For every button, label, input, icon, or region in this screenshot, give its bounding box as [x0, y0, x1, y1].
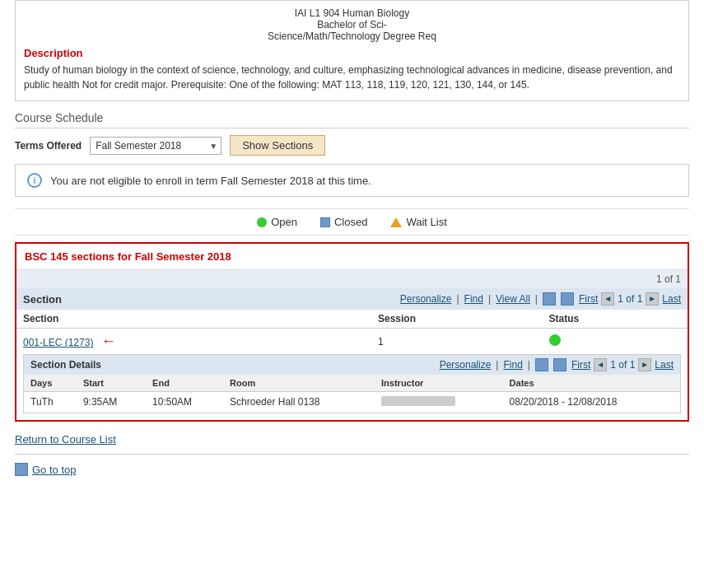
return-to-course-list-link[interactable]: Return to Course List	[15, 433, 116, 446]
show-sections-button[interactable]: Show Sections	[230, 135, 325, 156]
eligibility-notice: i You are not eligible to enroll in term…	[15, 164, 689, 197]
course-info: IAI L1 904 Human Biology Bachelor of Sci…	[24, 7, 680, 42]
course-schedule-section: Course Schedule Terms Offered Fall Semes…	[15, 111, 689, 197]
details-toolbar: Section Details Personalize | Find | Fir…	[24, 355, 680, 375]
open-label: Open	[271, 216, 297, 228]
closed-label: Closed	[334, 216, 367, 228]
red-arrow-icon: ←	[101, 333, 116, 350]
view-all-link[interactable]: View All	[496, 293, 530, 305]
eligibility-text: You are not eligible to enroll in term F…	[50, 175, 371, 187]
section-toolbar-right: Personalize | Find | View All | First ◄ …	[400, 292, 681, 306]
session-cell: 1	[371, 329, 543, 355]
details-page-of: 1 of 1	[610, 359, 635, 371]
description-box: IAI L1 904 Human Biology Bachelor of Sci…	[15, 0, 689, 101]
status-col-header: Status	[543, 310, 688, 329]
legend-closed: Closed	[320, 216, 367, 228]
section-table: Section Session Status 001-LEC (1273) ← …	[16, 310, 688, 354]
status-cell	[543, 329, 688, 355]
terms-offered-row: Terms Offered Fall Semester 2018 ▼ Show …	[15, 135, 689, 156]
description-text: Study of human biology in the context of…	[24, 63, 680, 92]
legend-open: Open	[257, 216, 297, 228]
room-col-header: Room	[223, 375, 375, 392]
details-export-icon[interactable]	[553, 358, 566, 371]
details-first-link[interactable]: First	[571, 359, 590, 371]
go-top-icon	[15, 463, 28, 476]
details-last-link[interactable]: Last	[655, 359, 674, 371]
details-personalize-link[interactable]: Personalize	[440, 359, 492, 371]
page-of: 1 of 1	[618, 293, 642, 305]
last-link[interactable]: Last	[662, 293, 681, 305]
status-open-icon	[549, 334, 561, 346]
section-col-header: Section	[16, 310, 371, 329]
grid-icon[interactable]	[543, 292, 556, 306]
details-prev-arrow[interactable]: ◄	[594, 358, 607, 371]
dates-cell: 08/20/2018 - 12/08/2018	[503, 392, 680, 413]
section-toolbar: Section Personalize | Find | View All | …	[16, 288, 688, 310]
legend-waitlist: Wait List	[390, 216, 446, 228]
info-icon: i	[27, 173, 42, 188]
bottom-divider	[15, 454, 689, 455]
sections-pagination: 1 of 1	[16, 270, 688, 288]
personalize-link[interactable]: Personalize	[400, 293, 452, 305]
section-toolbar-label: Section	[23, 293, 62, 306]
terms-label: Terms Offered	[15, 140, 82, 152]
open-status-icon	[257, 217, 267, 227]
days-cell: TuTh	[24, 392, 77, 413]
room-cell: Schroeder Hall 0138	[223, 392, 375, 413]
session-col-header: Session	[371, 310, 543, 329]
sections-container: BSC 145 sections for Fall Semester 2018 …	[15, 242, 689, 422]
waitlist-status-icon	[390, 217, 402, 227]
end-col-header: End	[146, 375, 223, 392]
terms-select-wrapper[interactable]: Fall Semester 2018 ▼	[90, 137, 221, 155]
table-row: 001-LEC (1273) ← 1	[16, 329, 688, 355]
course-schedule-heading: Course Schedule	[15, 111, 689, 128]
details-find-link[interactable]: Find	[503, 359, 522, 371]
closed-status-icon	[320, 217, 330, 227]
details-nav-controls: First ◄ 1 of 1 ► Last	[571, 358, 674, 371]
instructor-col-header: Instructor	[375, 375, 503, 392]
instructor-name-blurred	[381, 396, 455, 406]
prev-arrow[interactable]: ◄	[601, 292, 614, 306]
section-link[interactable]: 001-LEC (1273)	[23, 337, 93, 348]
end-cell: 10:50AM	[146, 392, 223, 413]
details-table: Days Start End Room Instructor Dates TuT…	[24, 375, 680, 413]
go-top-link[interactable]: Go to top	[32, 464, 76, 476]
legend-bar: Open Closed Wait List	[15, 208, 689, 236]
waitlist-label: Wait List	[406, 216, 446, 228]
details-grid-icon[interactable]	[535, 358, 548, 371]
bottom-links: Return to Course List	[15, 433, 689, 446]
start-cell: 9:35AM	[77, 392, 146, 413]
details-toolbar-label: Section Details	[30, 359, 101, 371]
description-label: Description	[24, 47, 680, 59]
section-cell: 001-LEC (1273) ←	[16, 329, 371, 355]
days-col-header: Days	[24, 375, 77, 392]
instructor-cell	[375, 392, 503, 413]
next-arrow[interactable]: ►	[646, 292, 659, 306]
nav-controls: First ◄ 1 of 1 ► Last	[579, 292, 681, 306]
details-next-arrow[interactable]: ►	[638, 358, 651, 371]
export-icon[interactable]	[561, 292, 574, 306]
section-details-container: Section Details Personalize | Find | Fir…	[23, 354, 681, 413]
details-table-row: TuTh 9:35AM 10:50AM Schroeder Hall 0138 …	[24, 392, 680, 413]
details-toolbar-right: Personalize | Find | First ◄ 1 of 1 ► La…	[440, 358, 674, 371]
dates-col-header: Dates	[503, 375, 680, 392]
find-link[interactable]: Find	[464, 293, 483, 305]
terms-select[interactable]: Fall Semester 2018	[90, 137, 221, 155]
sections-title: BSC 145 sections for Fall Semester 2018	[16, 244, 688, 270]
start-col-header: Start	[77, 375, 146, 392]
first-link[interactable]: First	[579, 293, 598, 305]
go-to-top[interactable]: Go to top	[15, 463, 689, 476]
